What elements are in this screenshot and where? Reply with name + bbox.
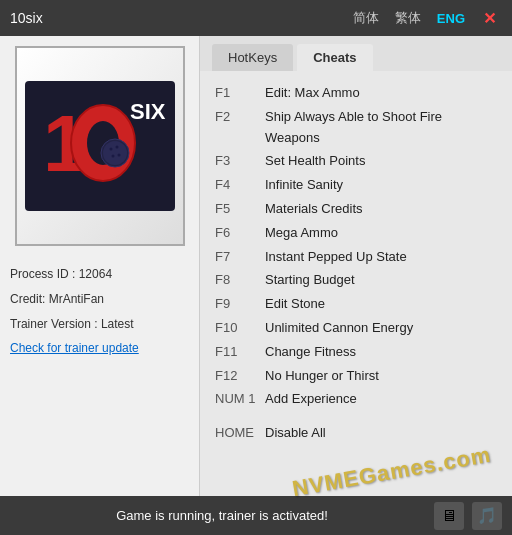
status-icons: 🖥 🎵 [434, 502, 502, 530]
credit-value: MrAntiFan [49, 292, 104, 306]
title-bar: 10six 简体 繁体 ENG ✕ [0, 0, 512, 36]
cheat-key: F1 [215, 83, 265, 104]
right-panel: HotKeys Cheats F1Edit: Max AmmoF2Ship Al… [200, 36, 512, 496]
svg-text:SIX: SIX [130, 99, 166, 124]
process-row: Process ID : 12064 [10, 266, 189, 283]
cheat-key: F8 [215, 270, 265, 291]
left-panel: 1 SIX Process ID : 12064 Cred [0, 36, 200, 496]
game-logo: 1 SIX [15, 46, 185, 246]
credit-row: Credit: MrAntiFan [10, 291, 189, 308]
cheat-row: F10Unlimited Cannon Energy [215, 318, 497, 339]
cheat-row: F4Infinite Sanity [215, 175, 497, 196]
lang-simplified[interactable]: 简体 [349, 7, 383, 29]
cheat-key: F5 [215, 199, 265, 220]
cheat-description: Unlimited Cannon Energy [265, 318, 413, 339]
cheat-row: F8Starting Budget [215, 270, 497, 291]
cheat-description: Set Health Points [265, 151, 365, 172]
tab-hotkeys[interactable]: HotKeys [212, 44, 293, 71]
version-label: Trainer Version : Latest [10, 317, 134, 331]
cheat-row: F1Edit: Max Ammo [215, 83, 497, 104]
monitor-icon[interactable]: 🖥 [434, 502, 464, 530]
cheat-row: F6Mega Ammo [215, 223, 497, 244]
cheat-description: Edit: Max Ammo [265, 83, 360, 104]
disable-all-row: HOMEDisable All [215, 423, 497, 444]
cheat-key: F2 [215, 107, 265, 128]
cheat-row: NUM 1Add Experience [215, 389, 497, 410]
disable-key: HOME [215, 423, 265, 444]
tab-cheats[interactable]: Cheats [297, 44, 372, 71]
cheats-list: F1Edit: Max AmmoF2Ship Always Able to Sh… [200, 71, 512, 496]
cheat-row: F7Instant Pepped Up State [215, 247, 497, 268]
cheat-description: Edit Stone [265, 294, 325, 315]
main-content: 1 SIX Process ID : 12064 Cred [0, 36, 512, 496]
cheat-row: F9Edit Stone [215, 294, 497, 315]
cheat-description: Add Experience [265, 389, 357, 410]
cheat-row: F2Ship Always Able to Shoot Fire Weapons [215, 107, 497, 149]
process-value: 12064 [79, 267, 112, 281]
cheat-key: F4 [215, 175, 265, 196]
cheat-key: F11 [215, 342, 265, 363]
cheat-key: F3 [215, 151, 265, 172]
cheat-key: NUM 1 [215, 389, 265, 410]
cheat-key: F9 [215, 294, 265, 315]
cheat-row: F11Change Fitness [215, 342, 497, 363]
cheat-row: F3Set Health Points [215, 151, 497, 172]
lang-traditional[interactable]: 繁体 [391, 7, 425, 29]
update-link[interactable]: Check for trainer update [10, 341, 139, 355]
app-title: 10six [10, 10, 349, 26]
update-row: Check for trainer update [10, 340, 189, 357]
music-icon[interactable]: 🎵 [472, 502, 502, 530]
credit-label: Credit: [10, 292, 45, 306]
cheat-description: No Hunger or Thirst [265, 366, 379, 387]
cheat-description: Change Fitness [265, 342, 356, 363]
cheat-key: F7 [215, 247, 265, 268]
disable-label: Disable All [265, 423, 326, 444]
tabs-container: HotKeys Cheats [200, 36, 512, 71]
svg-point-6 [103, 141, 127, 165]
cheat-key: F10 [215, 318, 265, 339]
cheat-key: F12 [215, 366, 265, 387]
cheat-key: F6 [215, 223, 265, 244]
cheat-description: Starting Budget [265, 270, 355, 291]
cheat-description: Infinite Sanity [265, 175, 343, 196]
cheat-row: F12No Hunger or Thirst [215, 366, 497, 387]
version-row: Trainer Version : Latest [10, 316, 189, 333]
language-selector: 简体 繁体 ENG ✕ [349, 7, 502, 30]
svg-point-10 [117, 154, 120, 157]
cheat-row: F5Materials Credits [215, 199, 497, 220]
cheat-description: Materials Credits [265, 199, 363, 220]
cheat-description: Instant Pepped Up State [265, 247, 407, 268]
status-bar: Game is running, trainer is activated! 🖥… [0, 496, 512, 535]
svg-point-8 [115, 146, 118, 149]
process-label: Process ID : [10, 267, 79, 281]
info-section: Process ID : 12064 Credit: MrAntiFan Tra… [10, 261, 189, 370]
lang-english[interactable]: ENG [433, 9, 469, 28]
svg-point-9 [111, 155, 114, 158]
close-button[interactable]: ✕ [477, 7, 502, 30]
cheat-description: Ship Always Able to Shoot Fire Weapons [265, 107, 497, 149]
status-text: Game is running, trainer is activated! [10, 508, 434, 523]
cheat-description: Mega Ammo [265, 223, 338, 244]
svg-point-7 [109, 148, 112, 151]
